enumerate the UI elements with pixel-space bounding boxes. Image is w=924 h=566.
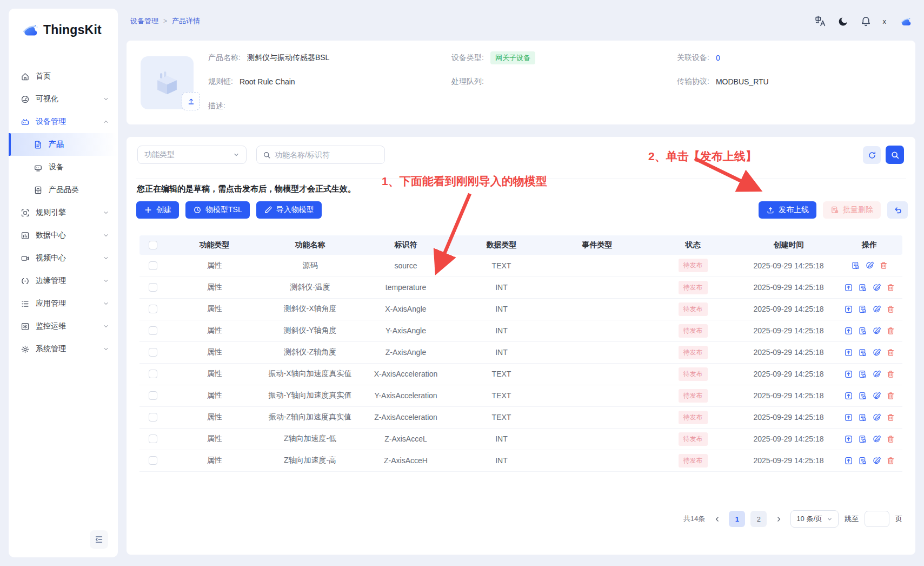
sidebar-item-3[interactable]: 产品 (9, 133, 118, 156)
row-action-view-icon[interactable] (858, 456, 867, 465)
page-button-2[interactable]: 2 (750, 511, 767, 527)
description-field: 描述: (208, 100, 232, 112)
row-checkbox[interactable] (149, 456, 157, 465)
prev-page-button[interactable] (711, 511, 723, 527)
row-action-delete-icon[interactable] (886, 370, 895, 379)
row-action-upload-icon[interactable] (844, 305, 853, 314)
row-checkbox[interactable] (149, 370, 157, 378)
sidebar-item-0[interactable]: 首页 (9, 65, 118, 88)
sidebar-item-11[interactable]: 监控运维 (9, 315, 118, 338)
column-header-5: 状态 (645, 235, 741, 255)
publish-button[interactable]: 发布上线 (759, 201, 816, 219)
row-checkbox[interactable] (149, 348, 157, 357)
close-icon[interactable]: x (883, 17, 887, 25)
row-action-delete-icon[interactable] (886, 456, 895, 465)
search-button[interactable] (886, 146, 904, 164)
description-label: 描述: (208, 101, 225, 111)
toolbar-left: 创建 物模型TSL 导入物模型 (136, 201, 322, 219)
row-action-view-icon[interactable] (858, 348, 867, 357)
sidebar-item-label: 数据中心 (36, 231, 66, 240)
chevron-down-icon (103, 278, 109, 284)
sidebar-item-2[interactable]: 设备管理 (9, 110, 118, 133)
batch-delete-button[interactable]: 批量删除 (823, 201, 881, 219)
row-checkbox[interactable] (149, 283, 157, 292)
select-all-checkbox[interactable] (149, 241, 157, 249)
sidebar-item-7[interactable]: 数据中心 (9, 224, 118, 247)
row-checkbox[interactable] (149, 261, 157, 270)
row-checkbox[interactable] (149, 326, 157, 335)
row-action-view-icon[interactable] (858, 435, 867, 444)
jump-page-input[interactable] (865, 511, 889, 527)
row-action-edit-icon[interactable] (872, 348, 881, 357)
cell-status: 待发布 (645, 385, 741, 406)
row-action-delete-icon[interactable] (886, 435, 895, 444)
row-action-view-icon[interactable] (858, 283, 867, 292)
tsl-button[interactable]: 物模型TSL (185, 201, 250, 219)
row-action-upload-icon[interactable] (844, 391, 853, 400)
row-action-view-icon[interactable] (858, 370, 867, 379)
sidebar-item-6[interactable]: 规则引擎 (9, 201, 118, 224)
next-page-button[interactable] (773, 511, 785, 527)
row-checkbox[interactable] (149, 305, 157, 313)
cell-checkbox (139, 341, 167, 363)
row-action-upload-icon[interactable] (844, 370, 853, 379)
row-checkbox[interactable] (149, 413, 157, 422)
row-action-edit-icon[interactable] (872, 435, 881, 444)
row-action-view-icon[interactable] (858, 391, 867, 400)
sidebar-item-9[interactable]: 边缘管理 (9, 269, 118, 292)
row-action-upload-icon[interactable] (844, 435, 853, 444)
sidebar-item-4[interactable]: 设备 (9, 156, 118, 179)
row-action-delete-icon[interactable] (886, 413, 895, 422)
sidebar-collapse-button[interactable] (90, 530, 108, 549)
row-action-edit-icon[interactable] (872, 283, 881, 292)
page-size-select[interactable]: 10 条/页 (790, 510, 839, 528)
upload-product-image-button[interactable] (182, 92, 200, 110)
sidebar-item-1[interactable]: 可视化 (9, 88, 118, 110)
row-action-delete-icon[interactable] (879, 261, 888, 270)
avatar[interactable] (898, 14, 912, 29)
related-devices-count[interactable]: 0 (716, 54, 720, 62)
create-button[interactable]: 创建 (136, 201, 179, 219)
row-action-view-icon[interactable] (858, 326, 867, 335)
row-action-view-icon[interactable] (858, 413, 867, 422)
row-checkbox[interactable] (149, 391, 157, 400)
function-type-select[interactable]: 功能类型 (137, 146, 247, 164)
refresh-button[interactable] (863, 146, 881, 164)
row-action-delete-icon[interactable] (886, 391, 895, 400)
row-action-upload-icon[interactable] (844, 348, 853, 357)
row-checkbox[interactable] (149, 435, 157, 443)
row-action-edit-icon[interactable] (872, 456, 881, 465)
sidebar-item-8[interactable]: 视频中心 (9, 247, 118, 269)
row-action-delete-icon[interactable] (886, 326, 895, 335)
row-action-upload-icon[interactable] (844, 283, 853, 292)
row-action-edit-icon[interactable] (865, 261, 874, 270)
sidebar-item-label: 规则引擎 (36, 208, 66, 218)
row-action-edit-icon[interactable] (872, 370, 881, 379)
row-action-delete-icon[interactable] (886, 305, 895, 314)
row-action-edit-icon[interactable] (872, 391, 881, 400)
sidebar-item-5[interactable]: 产品品类 (9, 179, 118, 201)
dark-mode-icon[interactable] (837, 16, 849, 27)
publish-upload-icon (766, 206, 775, 214)
row-action-edit-icon[interactable] (872, 326, 881, 335)
row-action-edit-icon[interactable] (872, 413, 881, 422)
breadcrumb-product-detail[interactable]: 产品详情 (172, 16, 200, 26)
undo-button[interactable] (887, 201, 908, 219)
row-action-delete-icon[interactable] (886, 283, 895, 292)
translate-icon[interactable] (815, 16, 826, 27)
breadcrumb-device-mgmt[interactable]: 设备管理 (130, 16, 158, 26)
row-action-upload-icon[interactable] (844, 326, 853, 335)
import-model-button[interactable]: 导入物模型 (256, 201, 322, 219)
row-action-edit-icon[interactable] (872, 305, 881, 314)
cell-event-type (549, 428, 645, 450)
page-button-1[interactable]: 1 (729, 511, 745, 527)
sidebar-item-10[interactable]: 应用管理 (9, 292, 118, 315)
row-action-delete-icon[interactable] (886, 348, 895, 357)
row-action-upload-icon[interactable] (844, 456, 853, 465)
sidebar-item-12[interactable]: 系统管理 (9, 338, 118, 360)
row-action-upload-icon[interactable] (844, 413, 853, 422)
search-input[interactable] (275, 150, 372, 159)
row-action-view-icon[interactable] (858, 305, 867, 314)
notification-icon[interactable] (860, 16, 872, 27)
row-action-view-icon[interactable] (851, 261, 860, 270)
